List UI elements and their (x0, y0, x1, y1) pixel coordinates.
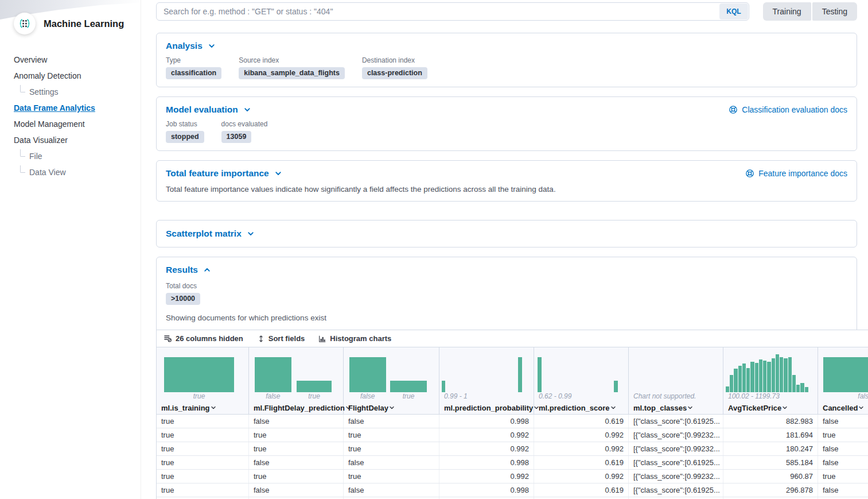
sidebar-item-data-view[interactable]: Data View (14, 164, 131, 180)
table-cell: 0.992 (439, 428, 534, 442)
chevron-down-icon[interactable] (610, 404, 617, 411)
column-name-label: ml.prediction_score (539, 404, 610, 412)
training-testing-toggle: Training Testing (763, 2, 857, 21)
sidebar-item-settings[interactable]: Settings (14, 84, 131, 100)
table-cell: 0.619 (534, 483, 629, 497)
column-header-flightdelay[interactable]: falsetrueFlightDelay (344, 347, 439, 414)
chevron-down-icon[interactable] (781, 404, 788, 411)
table-cell: true (818, 428, 868, 442)
column-name[interactable]: ml.top_classes (629, 401, 723, 414)
table-cell: false (249, 456, 344, 469)
histogram-bar (518, 357, 522, 392)
table-cell: true (344, 428, 439, 442)
table-cell: true (344, 470, 439, 483)
sidebar-item-overview[interactable]: Overview (14, 52, 131, 68)
column-name[interactable]: Cancelled (818, 401, 868, 414)
column-name-label: Cancelled (823, 404, 858, 412)
histogram-bar (255, 357, 291, 392)
scatterplot-matrix-panel-toggle[interactable]: Scatterplot matrix (166, 229, 255, 239)
topbar: KQL Training Testing (156, 2, 857, 21)
model-evaluation-panel: Model evaluation Classification evaluati… (156, 96, 857, 151)
chevron-down-icon[interactable] (858, 404, 865, 411)
sidebar-item-model-management[interactable]: Model Management (14, 116, 131, 132)
column-name[interactable]: ml.FlightDelay_prediction (249, 401, 343, 414)
field-label: docs evaluated (221, 120, 268, 128)
table-cell: false (818, 456, 868, 469)
sidebar-item-label: Data Visualizer (14, 136, 68, 145)
sidebar-nav: OverviewAnomaly DetectionSettingsData Fr… (14, 52, 131, 180)
chevron-down-icon (274, 169, 282, 177)
sort-icon (257, 335, 265, 343)
model-evaluation-panel-toggle[interactable]: Model evaluation (166, 105, 251, 115)
analysis-panel-toggle[interactable]: Analysis (166, 41, 216, 51)
sidebar-item-label: Settings (29, 87, 59, 96)
histogram-label: true (403, 392, 415, 400)
table-cell: [{"class_score":[0.61925... (629, 415, 723, 428)
feature-importance-docs-link[interactable]: Feature importance docs (745, 169, 847, 178)
column-header-ml-is-training[interactable]: trueml.is_training (157, 347, 249, 414)
column-name[interactable]: ml.is_training (157, 401, 248, 414)
column-histogram (249, 347, 343, 392)
results-panel: Results Total docs >10000 Showing docume… (156, 257, 857, 499)
column-name[interactable]: ml.prediction_probability (439, 401, 534, 414)
sidebar-item-label: Model Management (14, 119, 85, 129)
sort-fields-button[interactable]: Sort fields (256, 334, 306, 343)
field-value-badge: class-prediction (362, 67, 427, 79)
column-name-label: ml.FlightDelay_prediction (254, 404, 345, 412)
table-cell: true (157, 456, 249, 469)
kql-button[interactable]: KQL (719, 3, 748, 20)
column-name[interactable]: ml.prediction_score (534, 401, 628, 414)
table-cell: false (344, 456, 439, 469)
histogram-labels: Chart not supported. (629, 392, 723, 401)
sidebar-item-anomaly-detection[interactable]: Anomaly Detection (14, 68, 131, 84)
histogram-labels: 100.02 - 1199.73 (723, 392, 818, 401)
field-label: Destination index (362, 56, 427, 64)
results-data-grid: trueml.is_trainingfalsetrueml.FlightDela… (157, 347, 868, 499)
chevron-down-icon[interactable] (687, 404, 694, 411)
histogram-label: false (858, 392, 868, 400)
histogram-labels: false (818, 392, 868, 401)
sidebar-item-label: Anomaly Detection (14, 71, 81, 80)
table-cell: 0.992 (534, 470, 629, 483)
table-cell: 0.992 (534, 428, 629, 442)
column-header-ml-prediction-score[interactable]: 0.62 - 0.99ml.prediction_score (534, 347, 629, 414)
column-histogram (723, 347, 818, 392)
chevron-down-icon[interactable] (388, 404, 395, 411)
histogram-charts-button[interactable]: Histogram charts (317, 334, 392, 343)
column-header-cancelled[interactable]: falseCancelled (818, 347, 868, 414)
field-docs-evaluated: docs evaluated 13059 (221, 120, 268, 143)
sidebar-item-data-frame-analytics[interactable]: Data Frame Analytics (14, 100, 131, 116)
chevron-down-icon (247, 230, 255, 238)
histogram-bar (823, 357, 868, 392)
chevron-down-icon[interactable] (210, 404, 217, 411)
results-panel-toggle[interactable]: Results (166, 265, 211, 275)
column-name[interactable]: FlightDelay (344, 401, 439, 414)
search-input[interactable] (156, 2, 749, 21)
sidebar: Machine Learning OverviewAnomaly Detecti… (0, 0, 141, 499)
feature-importance-panel-toggle[interactable]: Total feature importance (166, 168, 282, 179)
histogram-bar (726, 386, 729, 392)
histogram-bar (734, 369, 737, 392)
toolbar-button-label: 26 columns hidden (176, 334, 243, 343)
histogram-label: false (266, 392, 280, 400)
field-label: Total docs (166, 282, 200, 290)
training-button[interactable]: Training (763, 2, 811, 21)
testing-button[interactable]: Testing (812, 2, 857, 21)
column-header-avgticketprice[interactable]: 100.02 - 1199.73AvgTicketPrice (723, 347, 818, 414)
histogram-bar (780, 357, 783, 392)
histogram-bar (805, 387, 808, 392)
sidebar-item-data-visualizer[interactable]: Data Visualizer (14, 132, 131, 148)
column-header-ml-flightdelay-prediction[interactable]: falsetrueml.FlightDelay_prediction (249, 347, 344, 414)
column-header-ml-prediction-probability[interactable]: 0.99 - 1ml.prediction_probability (439, 347, 534, 414)
column-name[interactable]: AvgTicketPrice (723, 401, 818, 414)
grid-toolbar: 26 columns hidden Sort fields Histogram … (157, 330, 868, 347)
grid-body: truefalsefalse0.9980.619[{"class_score":… (157, 415, 868, 499)
field-value-badge: kibana_sample_data_flights (239, 67, 345, 79)
columns-hidden-button[interactable]: 26 columns hidden (162, 334, 244, 343)
sidebar-item-file[interactable]: File (14, 148, 131, 164)
classification-evaluation-docs-link[interactable]: Classification evaluation docs (729, 105, 847, 114)
table-cell: 0.992 (534, 442, 629, 455)
histogram-bar (538, 357, 542, 392)
table-cell: 181.694 (723, 428, 818, 442)
column-header-ml-top-classes[interactable]: Chart not supported.ml.top_classes (629, 347, 723, 414)
